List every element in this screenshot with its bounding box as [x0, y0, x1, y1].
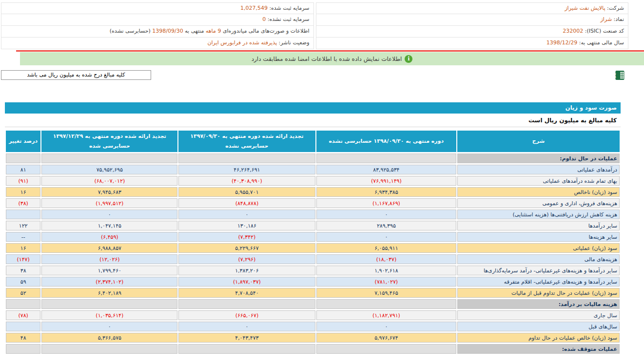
- percent-change-cell: (۷۸): [6, 310, 40, 320]
- value-cell: ۵,۹۵۵,۷۰۱: [178, 187, 315, 197]
- row-label: سایر درآمدها و هزینه‌های غیرعملیاتی- درآ…: [457, 266, 620, 275]
- table-header-row: شرحدوره منتهی به ۱۳۹۸/۰۹/۳۰ حسابرسی نشده…: [6, 131, 620, 152]
- signature-notice-bar: i اطلاعات نمایش داده شده با اطلاعات امضا…: [20, 52, 644, 65]
- symbol-label: نماد:: [614, 16, 624, 22]
- percent-change-cell: ۱۶: [6, 187, 40, 197]
- row-label: هزینه کاهش ارزش دریافتنی‌ها (هزینه استثن…: [457, 210, 620, 219]
- value-cell: ۴۶,۲۶۴,۶۹۱: [178, 165, 315, 174]
- value-cell: [178, 299, 315, 309]
- value-cell: ۰: [316, 210, 457, 219]
- report-date: 1398/09/30: [152, 28, 183, 34]
- income-statement-table: شرحدوره منتهی به ۱۳۹۸/۰۹/۳۰ حسابرسی نشده…: [5, 129, 621, 355]
- section-row: عملیات متوقف شده:: [6, 344, 620, 354]
- symbol-value: شراز: [600, 16, 612, 22]
- issuer-status-field: وضعیت ناشر: پذیرفته شده در فرابورس ایران: [1, 38, 314, 49]
- value-cell: ۱,۹۰۲,۶۱۸: [316, 266, 457, 275]
- table-row: سود (زیان) عملیاتی۶,۰۵۵,۹۱۱۵,۲۲۹,۶۶۷۶,۹۸…: [6, 243, 620, 253]
- percent-change-cell: ۸۱: [6, 165, 40, 174]
- table-row: سایر درآمدها و هزینه‌های غیرعملیاتی- اقل…: [6, 277, 620, 287]
- percent-change-cell: (۳۸): [6, 198, 40, 208]
- value-cell: (۷,۳۴۲): [178, 232, 315, 242]
- unregistered-capital-label: سرمایه ثبت نشده:: [268, 16, 310, 22]
- fiscal-year-value: 1398/12/29: [546, 39, 577, 46]
- table-row: سود (زیان) خالص عملیات در حال تداوم۵,۹۷۶…: [6, 333, 620, 343]
- company-label: شرکت:: [607, 5, 624, 11]
- value-cell: ۴,۷۰۸,۵۴۰: [178, 288, 315, 298]
- row-label: هزینه مالیات بر درآمد:: [457, 299, 620, 309]
- row-label: سود (زیان) عملیاتی: [457, 243, 620, 253]
- percent-change-cell: [6, 153, 40, 163]
- column-header-period-current: دوره منتهی به ۱۳۹۸/۰۹/۳۰ حسابرسی نشده: [316, 131, 457, 152]
- registered-capital-label: سرمایه ثبت شده:: [269, 5, 309, 11]
- column-header-period-restated-9m: تجدید ارائه شده دوره منتهی به ۱۳۹۷/۰۹/۳۰…: [178, 131, 315, 152]
- value-cell: ۵,۲۲۹,۶۶۷: [178, 243, 315, 253]
- value-cell: ۲۸۹,۳۹۵: [316, 221, 457, 230]
- info-icon: i: [405, 55, 412, 63]
- value-cell: [41, 153, 177, 163]
- value-cell: ۷,۱۵۹,۴۶۵: [316, 288, 457, 298]
- table-row: سود (زیان) ناخالص۶,۹۳۴,۳۸۵۵,۹۵۵,۷۰۱۷,۹۴۵…: [6, 187, 620, 197]
- column-header-line: تجدید ارائه شده دوره منتهی به ۱۳۹۷/۰۹/۳۰: [190, 133, 303, 139]
- value-cell: (۴۰,۳۰۸,۹۹۰): [178, 176, 315, 186]
- table-row: سال جاری(۱,۱۸۲,۷۹۱)(۶۶۵,۰۶۷)(۱,۰۳۵,۶۱۴)(…: [6, 310, 620, 320]
- row-label: سایر درآمدها: [457, 221, 620, 230]
- table-row: سایر درآمدها۲۸۹,۳۹۵۱۳۰,۱۸۶۱,۰۴۷,۱۴۵۱۲۲: [6, 221, 620, 230]
- table-row: هزینه کاهش ارزش دریافتنی‌ها (هزینه استثن…: [6, 210, 620, 219]
- symbol-field: نماد: شراز: [316, 14, 629, 26]
- column-header-description: شرح: [457, 131, 620, 152]
- report-title-field: اطلاعات و صورت‌های مالی میاندوره‌ای 9 ما…: [1, 26, 314, 38]
- row-label: سال‌های قبل: [457, 322, 620, 331]
- table-row: درآمدهای عملیاتی۸۳,۹۲۵,۵۳۴۴۶,۲۶۴,۶۹۱۷۵,۹…: [6, 165, 620, 174]
- value-cell: [316, 344, 457, 354]
- row-label: سال جاری: [457, 310, 620, 320]
- row-label: سایر درآمدها و هزینه‌های غیرعملیاتی- اقل…: [457, 277, 620, 287]
- statement-title: صورت سود و زیان: [5, 102, 621, 114]
- value-cell: ۸۳,۹۲۵,۵۳۴: [316, 165, 457, 174]
- value-cell: [41, 299, 177, 309]
- signature-notice-text: اطلاعات نمایش داده شده با اطلاعات امضا ش…: [252, 56, 402, 62]
- table-row: هزینه‌های مالی(۱۸,۰۳۷)(۷,۲۹۶)(۱۲,۰۲۶)(۱۴…: [6, 254, 620, 264]
- report-period: 9 ماهه: [206, 28, 221, 34]
- column-header-percent-change: درصد تغییر: [6, 131, 40, 152]
- value-cell: (۱۸,۰۳۷): [316, 254, 457, 264]
- value-cell: [41, 344, 177, 354]
- percent-change-cell: (۹۱): [6, 176, 40, 186]
- company-info-section: شرکت: پالایش نفت شیراز نماد: شراز کد صنع…: [1, 2, 628, 49]
- section-row: عملیات در حال تداوم:: [6, 153, 620, 163]
- value-cell: ۱,۰۴۷,۱۴۵: [41, 221, 177, 230]
- value-cell: ۱,۳۸۳,۲۰۶: [178, 266, 315, 275]
- row-label: هزینه‌های فروش، اداری و عمومی: [457, 198, 620, 208]
- fiscal-year-field: سال مالی منتهی به: 1398/12/29: [316, 38, 629, 49]
- value-cell: ۶,۴۰۲,۱۸۹: [41, 288, 177, 298]
- percent-change-cell: [6, 210, 40, 219]
- company-info-table-left: سرمایه ثبت شده: 1,027,549 سرمایه ثبت نشد…: [1, 2, 314, 49]
- value-cell: ۰: [41, 210, 177, 219]
- value-cell: ۶,۹۳۴,۳۸۵: [316, 187, 457, 197]
- percent-change-cell: ۵۹: [6, 277, 40, 287]
- percent-change-cell: ۳۸: [6, 266, 40, 275]
- value-cell: ۵,۹۷۶,۶۷۴: [316, 333, 457, 343]
- column-header-line: شرح: [532, 138, 545, 144]
- value-cell: (۸۴۸,۸۷۸): [178, 198, 315, 208]
- income-statement: صورت سود و زیان کلیه مبالغ به میلیون ریا…: [5, 102, 621, 355]
- unit-note-button[interactable]: کلیه مبالغ درج شده به میلیون ریال می باش…: [1, 70, 151, 80]
- table-row: سود (زیان) عملیات در حال تداوم قبل از ما…: [6, 288, 620, 298]
- separator-line: [16, 50, 644, 52]
- value-cell: (۷۸۱,۰۲۷): [316, 277, 457, 287]
- column-header-line: درصد تغییر: [9, 138, 38, 144]
- percent-change-cell: ۴۸: [6, 333, 40, 343]
- value-cell: (۶۸,۰۰۷,۰۱۲): [41, 176, 177, 186]
- table-row: بهای تمام شده درآمدهای عملیاتی(۷۶,۹۹۱,۱۴…: [6, 176, 620, 186]
- excel-export-icon[interactable]: X: [615, 70, 624, 80]
- registered-capital-value: 1,027,549: [240, 5, 268, 11]
- percent-change-cell: ۱۶: [6, 243, 40, 253]
- section-row: هزینه مالیات بر درآمد:: [6, 299, 620, 309]
- column-header-line: دوره منتهی به ۱۳۹۸/۰۹/۳۰ حسابرسی نشده: [329, 138, 444, 144]
- value-cell: (۱,۱۶۷,۸۶۹): [316, 198, 457, 208]
- column-header-line: حسابرسی نشده: [225, 143, 268, 149]
- value-cell: ۰: [316, 322, 457, 331]
- page: شرکت: پالایش نفت شیراز نماد: شراز کد صنع…: [0, 2, 644, 355]
- value-cell: (۲,۳۷۴,۱۰۲): [41, 277, 177, 287]
- row-label: سود (زیان) عملیات در حال تداوم قبل از ما…: [457, 288, 620, 298]
- report-title-middle: منتهی به: [185, 28, 204, 34]
